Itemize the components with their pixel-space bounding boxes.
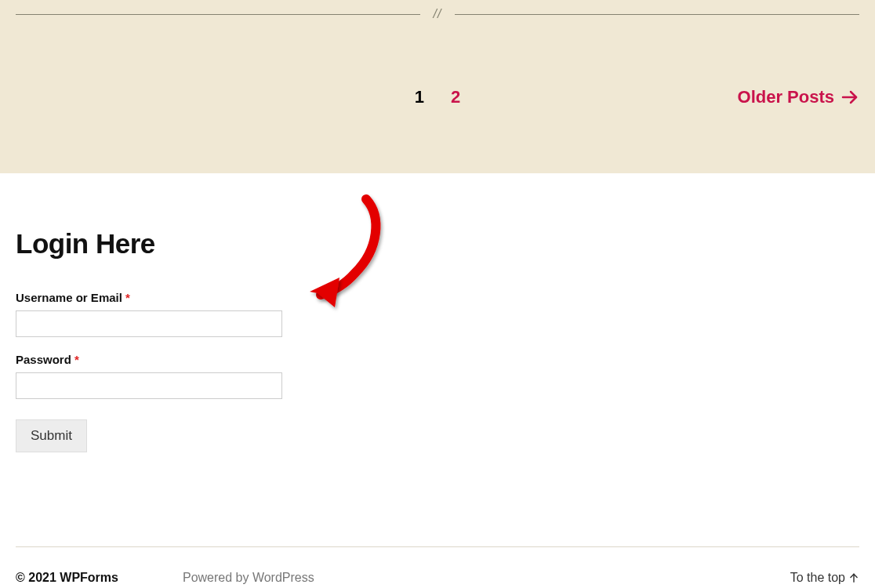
arrow-up-icon: [848, 572, 859, 583]
footer: © 2021 WPForms Powered by WordPress To t…: [16, 546, 859, 588]
submit-button[interactable]: Submit: [16, 419, 87, 452]
page-numbers: 1 2: [16, 87, 859, 107]
to-top-label: To the top: [790, 571, 845, 585]
divider-slashes-icon: //: [434, 7, 442, 21]
username-label: Username or Email *: [16, 291, 298, 304]
required-mark: *: [125, 291, 130, 304]
page-current: 1: [404, 87, 435, 107]
password-label: Password *: [16, 353, 298, 366]
footer-powered-by: Powered by WordPress: [183, 571, 314, 585]
login-title: Login Here: [16, 228, 298, 260]
password-field: Password *: [16, 353, 298, 399]
footer-copyright: © 2021 WPForms: [16, 571, 118, 585]
required-mark: *: [74, 353, 79, 366]
login-widget: Login Here Username or Email * Password …: [16, 228, 298, 452]
main-content: Login Here Username or Email * Password …: [0, 173, 875, 546]
older-posts-link[interactable]: Older Posts: [738, 87, 859, 107]
password-label-text: Password: [16, 353, 71, 366]
pagination-section: // 1 2 Older Posts: [0, 0, 875, 173]
to-top-link[interactable]: To the top: [790, 571, 859, 585]
username-label-text: Username or Email: [16, 291, 122, 304]
annotation-arrow-icon: [303, 193, 390, 318]
username-field: Username or Email *: [16, 291, 298, 337]
older-posts-label: Older Posts: [738, 87, 834, 107]
username-input[interactable]: [16, 310, 282, 337]
arrow-right-icon: [841, 88, 859, 107]
page-link-2[interactable]: 2: [440, 87, 471, 107]
password-input[interactable]: [16, 372, 282, 399]
divider: //: [16, 0, 859, 28]
page-navigation: 1 2 Older Posts: [16, 87, 859, 111]
